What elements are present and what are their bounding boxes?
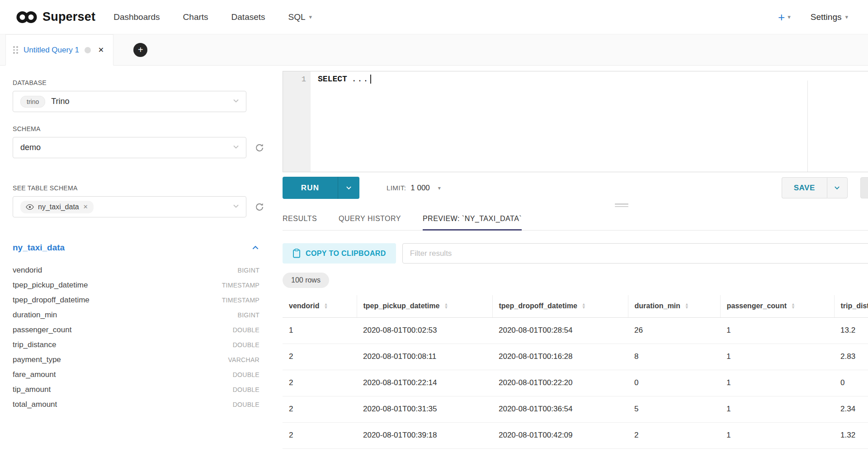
database-label: DATABASE — [13, 79, 283, 86]
filter-results-input[interactable] — [402, 243, 868, 264]
superset-infinity-icon — [16, 10, 37, 24]
sort-icon[interactable]: ▲▼ — [324, 303, 328, 309]
schema-label: SCHEMA — [13, 125, 283, 132]
sort-icon[interactable]: ▲▼ — [791, 303, 795, 309]
table-row[interactable]: 12020-08-01T00:02:532020-08-01T00:28:542… — [283, 317, 868, 344]
editor-split-line[interactable] — [807, 80, 808, 172]
column-header-vendorid[interactable]: vendorid ▲▼ — [283, 295, 357, 317]
nav-item-datasets[interactable]: Datasets▾ — [231, 12, 265, 22]
column-name: tip_amount — [13, 385, 51, 394]
refresh-tables-button[interactable] — [255, 202, 264, 212]
schema-column-row: trip_distance DOUBLE — [13, 337, 259, 352]
run-button[interactable]: RUN — [283, 177, 338, 199]
table-cell: 2 — [283, 422, 357, 448]
table-row[interactable]: 22020-08-01T00:39:182020-08-01T00:42:092… — [283, 422, 868, 448]
schema-column-row: tpep_dropoff_datetime TIMESTAMP — [13, 292, 259, 307]
sort-icon[interactable]: ▲▼ — [444, 303, 448, 309]
table-cell: 2020-08-01T00:36:54 — [492, 396, 628, 422]
table-name-link[interactable]: ny_taxi_data — [13, 243, 65, 253]
sort-icon[interactable]: ▲▼ — [685, 303, 689, 309]
drag-handle-icon[interactable] — [13, 46, 18, 54]
editor-pane: 1 SELECT... RUN LIMIT: 1 000 ▾ — [283, 66, 868, 471]
refresh-schemas-button[interactable] — [255, 143, 264, 153]
copy-to-clipboard-button[interactable]: COPY TO CLIPBOARD — [283, 243, 396, 264]
refresh-icon — [255, 143, 264, 153]
plus-icon: + — [138, 45, 143, 55]
copy-link-button[interactable]: COPY LINK — [860, 177, 868, 198]
clipboard-icon — [292, 249, 301, 258]
table-cell: 2 — [283, 396, 357, 422]
column-header-tpep-dropoff-datetime[interactable]: tpep_dropoff_datetime ▲▼ — [492, 295, 628, 317]
column-type: DOUBLE — [233, 326, 259, 334]
column-header-passenger-count[interactable]: passenger_count ▲▼ — [720, 295, 834, 317]
collapse-panel-button[interactable] — [251, 244, 259, 252]
column-header-tpep-pickup-datetime[interactable]: tpep_pickup_datetime ▲▼ — [357, 295, 492, 317]
table-cell: 0 — [834, 370, 868, 396]
table-row[interactable]: 22020-08-01T00:31:352020-08-01T00:36:545… — [283, 396, 868, 422]
superset-logo[interactable]: Superset — [16, 10, 95, 24]
new-item-menu-button[interactable]: + ▾ — [778, 11, 791, 23]
main-nav: Dashboards▾ Charts▾ Datasets▾ SQL▾ — [113, 12, 312, 22]
close-tab-icon[interactable]: ✕ — [98, 46, 104, 54]
column-name: tpep_pickup_datetime — [13, 281, 88, 290]
table-cell: 2.34 — [834, 396, 868, 422]
table-row[interactable]: 22020-08-01T00:22:142020-08-01T00:22:200… — [283, 370, 868, 396]
text-cursor — [370, 75, 371, 84]
results-controls: COPY TO CLIPBOARD — [283, 243, 868, 264]
sql-editor[interactable]: 1 SELECT... — [283, 71, 868, 172]
table-cell: 1 — [720, 317, 834, 344]
table-cell: 2020-08-01T00:02:53 — [357, 317, 492, 344]
results-tab-preview-ny-taxi-data[interactable]: PREVIEW: `NY_TAXI_DATA` — [423, 209, 522, 231]
column-type: BIGINT — [238, 267, 259, 274]
table-cell: 0 — [628, 370, 720, 396]
pane-resize-handle[interactable] — [615, 203, 628, 207]
settings-label: Settings — [811, 12, 842, 22]
table-cell: 1 — [720, 344, 834, 370]
table-value: ny_taxi_data — [38, 203, 79, 211]
nav-item-sql[interactable]: SQL▾ — [288, 12, 312, 22]
editor-toolbar: RUN LIMIT: 1 000 ▾ SAVE — [283, 177, 868, 199]
table-cell: 1 — [720, 422, 834, 448]
results-tab-results[interactable]: RESULTS — [283, 209, 317, 231]
column-header-trip-distance[interactable]: trip_distance ▲▼ — [834, 295, 868, 317]
schema-column-row: passenger_count DOUBLE — [13, 322, 259, 337]
database-select[interactable]: trino Trino — [13, 91, 246, 112]
schema-column-row: vendorid BIGINT — [13, 263, 259, 278]
table-select[interactable]: ny_taxi_data ✕ — [13, 196, 246, 217]
nav-item-dashboards[interactable]: Dashboards▾ — [113, 12, 160, 22]
schema-select[interactable]: demo — [13, 137, 246, 158]
sqllab-sidebar: DATABASE trino Trino SCHEMA demo — [0, 66, 283, 471]
tab-untitled-query-1[interactable]: Untitled Query 1 ✕ — [5, 34, 113, 66]
table-row[interactable]: 22020-08-01T00:08:112020-08-01T00:16:288… — [283, 344, 868, 370]
sort-icon[interactable]: ▲▼ — [582, 303, 586, 309]
eye-icon — [26, 204, 34, 210]
run-options-caret[interactable] — [338, 177, 359, 199]
nav-item-charts[interactable]: Charts▾ — [183, 12, 208, 22]
column-name: passenger_count — [13, 325, 71, 334]
column-type: DOUBLE — [233, 341, 259, 349]
add-tab-button[interactable]: + — [133, 43, 147, 57]
table-cell: 2 — [628, 422, 720, 448]
navbar-right: + ▾ Settings ▾ — [778, 11, 848, 23]
column-type: DOUBLE — [233, 371, 259, 378]
table-cell: 1 — [283, 317, 357, 344]
results-tab-query-history[interactable]: QUERY HISTORY — [339, 209, 401, 231]
settings-menu-button[interactable]: Settings ▾ — [811, 12, 848, 22]
column-name: duration_min — [13, 311, 57, 320]
schema-column-row: total_amount DOUBLE — [13, 397, 259, 412]
limit-control[interactable]: LIMIT: 1 000 ▾ — [387, 184, 441, 193]
caret-down-icon: ▾ — [788, 14, 791, 20]
table-cell: 2020-08-01T00:08:11 — [357, 344, 492, 370]
table-cell: 2020-08-01T00:16:28 — [492, 344, 628, 370]
schema-value: demo — [20, 143, 41, 152]
sql-keyword: SELECT — [318, 75, 347, 84]
sql-code[interactable]: SELECT... — [311, 71, 371, 172]
column-header-duration-min[interactable]: duration_min ▲▼ — [628, 295, 720, 317]
table-cell: 5 — [628, 396, 720, 422]
table-cell: 1.32 — [834, 422, 868, 448]
table-cell: 1 — [720, 370, 834, 396]
chevron-down-icon — [232, 143, 240, 152]
remove-table-icon[interactable]: ✕ — [83, 203, 88, 210]
save-button[interactable]: SAVE — [782, 177, 827, 198]
save-options-caret[interactable] — [827, 177, 848, 198]
